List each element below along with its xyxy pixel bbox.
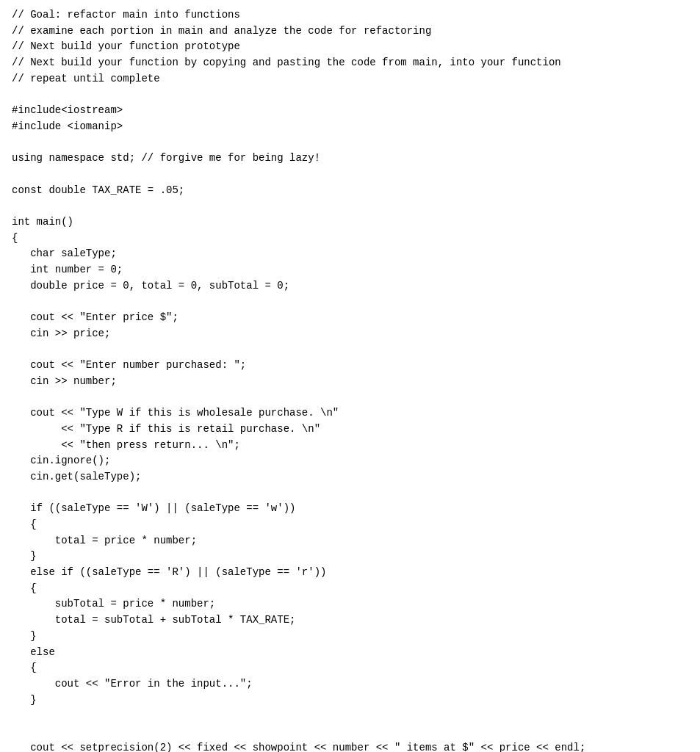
code-line: { xyxy=(12,581,688,597)
code-line: total = price * number; xyxy=(12,533,688,549)
code-line: cin.ignore(); xyxy=(12,453,688,469)
code-line xyxy=(12,135,688,151)
code-line: cout << "Error in the input..."; xyxy=(12,676,688,693)
code-line: << "then press return... \n"; xyxy=(12,438,688,454)
code-line xyxy=(12,198,688,214)
code-line: int number = 0; xyxy=(12,262,688,278)
code-line: #include<iostream> xyxy=(12,103,688,119)
code-line: // Next build your function prototype xyxy=(12,39,688,55)
code-line xyxy=(12,87,688,103)
code-line xyxy=(12,724,688,740)
code-line: { xyxy=(12,660,688,676)
code-line xyxy=(12,341,688,358)
code-line xyxy=(12,294,688,310)
code-line: int main() xyxy=(12,214,688,231)
code-line: } xyxy=(12,693,688,709)
code-line: << "Type R if this is retail purchase. \… xyxy=(12,422,688,438)
code-line: // repeat until complete xyxy=(12,71,688,87)
code-line: // Next build your function by copying a… xyxy=(12,55,688,71)
code-line: cin >> price; xyxy=(12,326,688,342)
code-line: // Goal: refactor main into functions xyxy=(12,7,688,24)
code-line xyxy=(12,390,688,406)
code-line: double price = 0, total = 0, subTotal = … xyxy=(12,278,688,294)
code-line: } xyxy=(12,629,688,645)
code-line: cin >> number; xyxy=(12,374,688,390)
code-line: cout << "Type W if this is wholesale pur… xyxy=(12,405,688,422)
code-container: // Goal: refactor main into functions// … xyxy=(12,7,688,752)
code-line: if ((saleType == 'W') || (saleType == 'w… xyxy=(12,501,688,517)
code-line: else if ((saleType == 'R') || (saleType … xyxy=(12,565,688,581)
code-line: { xyxy=(12,231,688,247)
code-line xyxy=(12,708,688,724)
code-line: cout << "Enter number purchased: "; xyxy=(12,358,688,374)
code-line: char saleType; xyxy=(12,246,688,262)
code-line: subTotal = price * number; xyxy=(12,596,688,612)
code-line: #include <iomanip> xyxy=(12,119,688,135)
code-line: cout << "Enter price $"; xyxy=(12,310,688,326)
code-line xyxy=(12,167,688,183)
code-line: { xyxy=(12,517,688,533)
code-line: // examine each portion in main and anal… xyxy=(12,24,688,40)
code-line: } xyxy=(12,549,688,565)
code-line: cout << setprecision(2) << fixed << show… xyxy=(12,740,688,752)
code-line: cin.get(saleType); xyxy=(12,469,688,485)
code-line: else xyxy=(12,645,688,661)
code-line: total = subTotal + subTotal * TAX_RATE; xyxy=(12,612,688,629)
code-line: const double TAX_RATE = .05; xyxy=(12,183,688,199)
code-line xyxy=(12,485,688,502)
code-line: using namespace std; // forgive me for b… xyxy=(12,151,688,167)
